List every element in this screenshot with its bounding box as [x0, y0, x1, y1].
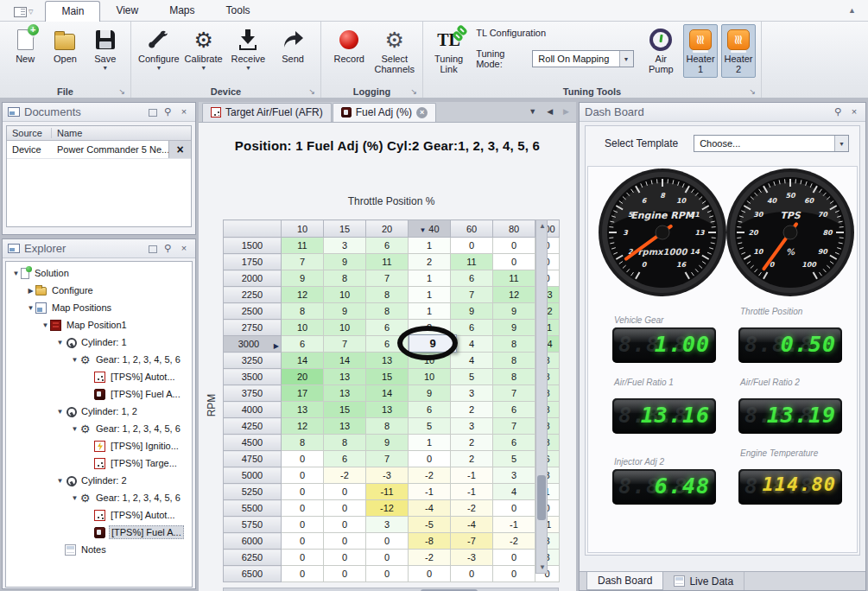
map-cell[interactable]: 13	[324, 385, 366, 402]
tree-item[interactable]: ▼Cylinder: 2	[6, 472, 192, 489]
map-cell[interactable]: 0	[451, 566, 493, 582]
tree-item[interactable]: ▼Solution	[6, 264, 192, 282]
column-header-20[interactable]: 20	[366, 220, 409, 238]
dialog-launcher-icon[interactable]: ↘	[118, 87, 125, 96]
map-cell[interactable]: 3	[493, 467, 535, 484]
map-cell[interactable]: 5	[409, 418, 451, 435]
map-cell[interactable]: 6	[366, 320, 409, 336]
map-cell[interactable]: 0	[324, 533, 366, 550]
map-cell[interactable]: 12	[493, 287, 535, 303]
map-cell[interactable]: 1	[409, 270, 451, 287]
map-cell[interactable]: 0	[282, 533, 324, 550]
map-cell[interactable]: 6	[451, 270, 493, 287]
row-header-4000[interactable]: 4000	[224, 402, 282, 418]
tree-item[interactable]: ▼Cylinder: 1	[6, 334, 192, 351]
map-cell[interactable]: 8	[366, 418, 409, 435]
map-cell[interactable]: 14	[366, 385, 409, 402]
menu-tab-tools[interactable]: Tools	[211, 1, 266, 21]
map-cell[interactable]: 6	[493, 435, 535, 451]
column-header-60[interactable]: 60	[451, 220, 493, 238]
map-cell[interactable]: 0	[366, 533, 409, 550]
map-cell[interactable]: 8	[282, 303, 324, 320]
map-cell[interactable]: 8	[324, 435, 366, 451]
dialog-launcher-icon[interactable]: ↘	[749, 87, 756, 96]
map-cell[interactable]: 10	[282, 320, 324, 336]
row-header-2000[interactable]: 2000	[224, 270, 282, 287]
map-cell[interactable]: 11	[366, 254, 409, 270]
map-cell[interactable]: 1	[409, 303, 451, 320]
map-cell[interactable]: 7	[282, 254, 324, 270]
map-cell[interactable]: -4	[409, 500, 451, 517]
map-cell[interactable]: 10	[324, 287, 366, 303]
map-cell[interactable]: 6	[493, 402, 535, 418]
column-header-10[interactable]: 10	[282, 220, 324, 238]
map-cell[interactable]: -3	[366, 467, 409, 484]
map-cell[interactable]: -11	[366, 484, 409, 500]
row-header-3250[interactable]: 3250	[224, 353, 282, 369]
tree-item[interactable]: ▼Map Positions	[6, 299, 192, 316]
row-header-6250[interactable]: 6250	[224, 550, 282, 566]
map-cell[interactable]: 4	[493, 484, 535, 500]
map-cell[interactable]: 7	[493, 418, 535, 435]
receive-button[interactable]: Receive ▼	[226, 24, 271, 78]
map-cell[interactable]: 13	[366, 353, 409, 369]
tree-item[interactable]: [TPS%] Autot...	[6, 506, 192, 524]
map-cell[interactable]: 10	[409, 353, 451, 369]
map-cell[interactable]: 1	[409, 435, 451, 451]
horizontal-scrollbar[interactable]: ◀ ||| ▶	[223, 588, 559, 591]
air-pump-button[interactable]: Air Pump	[643, 24, 681, 78]
map-cell[interactable]: 11	[451, 254, 493, 270]
map-cell[interactable]: 0	[324, 566, 366, 582]
send-button[interactable]: Send	[270, 24, 315, 78]
close-document-button[interactable]: ×	[168, 141, 191, 158]
tab-fuel-adj[interactable]: Fuel Adj (%) ×	[333, 103, 436, 122]
tree-item[interactable]: [TPS%] Autot...	[6, 368, 192, 385]
pin-icon[interactable]: ⚲	[162, 243, 174, 255]
row-header-3000[interactable]: 3000▶	[224, 336, 282, 353]
map-cell[interactable]: 6	[282, 336, 324, 353]
column-header-80[interactable]: 80	[493, 220, 535, 238]
map-cell[interactable]: 1	[409, 238, 451, 254]
map-cell[interactable]: 0	[324, 484, 366, 500]
map-cell[interactable]: 5	[493, 451, 535, 467]
map-cell[interactable]: -2	[493, 533, 535, 550]
row-header-3750[interactable]: 3750	[224, 385, 282, 402]
map-cell[interactable]: 17	[282, 385, 324, 402]
map-cell[interactable]: 0	[282, 517, 324, 533]
row-header-5750[interactable]: 5750	[224, 517, 282, 533]
map-cell[interactable]: 1	[409, 287, 451, 303]
pin-icon[interactable]: ⚲	[832, 106, 844, 118]
vertical-scroll-thumb[interactable]	[537, 475, 546, 520]
map-cell[interactable]: 8	[366, 303, 409, 320]
heater-2-button[interactable]: ≋ Heater 2	[721, 24, 756, 78]
map-cell[interactable]: 9	[493, 303, 535, 320]
tree-item[interactable]: ▼⚙Gear: 1, 2, 3, 4, 5, 6	[6, 489, 192, 506]
map-cell[interactable]: 14	[324, 353, 366, 369]
tree-item[interactable]: [TPS%] Fuel A...	[6, 524, 192, 541]
map-cell[interactable]: 13	[324, 418, 366, 435]
map-cell[interactable]: -2	[324, 467, 366, 484]
map-cell[interactable]: 7	[324, 336, 366, 353]
quick-access-toolbar[interactable]: ▽	[14, 7, 33, 17]
map-cell[interactable]: -2	[409, 550, 451, 566]
new-button[interactable]: New	[5, 24, 45, 78]
map-cell[interactable]: 8	[282, 435, 324, 451]
map-cell[interactable]: 8	[324, 270, 366, 287]
tree-expand-open-icon[interactable]: ▼	[26, 304, 35, 312]
tree-expand-open-icon[interactable]: ▼	[55, 477, 65, 485]
tree-item[interactable]: ▼Map Position1	[6, 316, 192, 334]
dialog-launcher-icon[interactable]: ↘	[308, 87, 315, 96]
map-cell[interactable]: 0	[282, 550, 324, 566]
row-header-2750[interactable]: 2750	[224, 320, 282, 336]
map-cell[interactable]: 0	[451, 238, 493, 254]
map-cell[interactable]: 9	[324, 254, 366, 270]
column-header-15[interactable]: 15	[324, 220, 366, 238]
cell-editor[interactable]: 9	[409, 334, 457, 353]
map-cell[interactable]: 0	[409, 451, 451, 467]
map-cell[interactable]: 3	[324, 238, 366, 254]
tree-expand-open-icon[interactable]: ▼	[55, 339, 65, 346]
document-row[interactable]: Device Power Commander 5 Ne... ×	[7, 141, 191, 159]
tuning-mode-select[interactable]: Roll On Mapping ▼	[532, 50, 633, 67]
scroll-down-icon[interactable]: ▼	[539, 563, 546, 571]
heater-1-button[interactable]: ≋ Heater 1	[683, 24, 718, 78]
